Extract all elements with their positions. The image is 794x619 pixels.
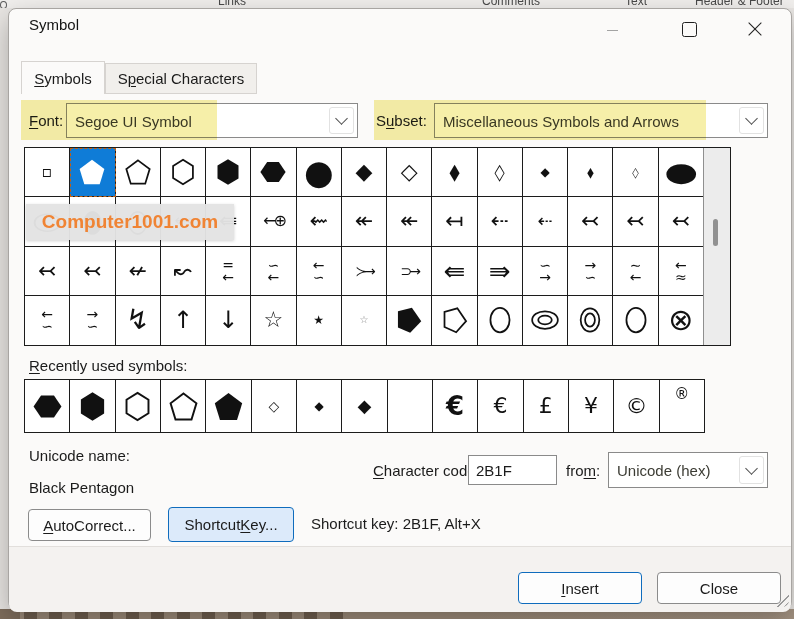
minimize-button[interactable] <box>600 19 624 41</box>
maximize-icon <box>682 22 697 37</box>
leftwards-two-headed-arrow-with-tail-with-double-vertical-stroke[interactable]: ↢ <box>70 247 115 296</box>
short-slanted-north-arrow[interactable]: ↑ <box>161 296 206 345</box>
recently-used-label: Recently used symbols: <box>29 357 187 374</box>
rightwards-arrow-through-superset[interactable]: ⊃→ <box>387 247 432 296</box>
chevron-box[interactable] <box>739 107 764 134</box>
leftwards-arrow-above-almost-equal-to[interactable]: ←≈ <box>659 247 703 296</box>
rightwards-quadruple-arrow[interactable]: ⇛ <box>478 247 523 296</box>
recently-used-grid: ◇◆◆€€£¥©® <box>24 379 705 433</box>
leftwards-two-headed-arrow-with-tail[interactable]: ↢ <box>659 197 703 246</box>
leftwards-two-headed-triple-dash-arrow[interactable]: ⇠ <box>478 197 523 246</box>
white-medium-star[interactable]: ☆ <box>251 296 296 345</box>
tilde-operator-above-leftwards-arrow[interactable]: ∼← <box>613 247 658 296</box>
white-small-lozenge[interactable]: ◇ <box>613 148 658 197</box>
black-medium-diamond[interactable]: ◆ <box>342 380 387 432</box>
chevron-down-icon <box>745 462 758 475</box>
leftwards-two-headed-arrow-with-tail-with-vertical-stroke[interactable]: ↢ <box>25 247 70 296</box>
reverse-tilde-operator-above-rightwards-arrow[interactable]: ∽→ <box>523 247 568 296</box>
leftwards-two-headed-arrow-from-bar[interactable]: ↤ <box>432 197 477 246</box>
leftwards-arrow-with-tail-with-double-vertical-stroke[interactable]: ↢ <box>613 197 658 246</box>
white-medium-diamond[interactable]: ◇ <box>387 148 432 197</box>
pound-sign[interactable]: £ <box>524 380 569 432</box>
registered-sign[interactable]: ® <box>660 380 704 432</box>
close-button[interactable]: Close <box>657 572 781 604</box>
black-medium-diamond[interactable]: ◆ <box>342 148 387 197</box>
from-value: Unicode (hex) <box>617 462 710 479</box>
black-hexagon[interactable] <box>206 148 251 197</box>
font-value: Segoe UI Symbol <box>75 112 192 129</box>
leftwards-arrow-with-tail-with-vertical-stroke[interactable]: ↢ <box>568 197 613 246</box>
character-code-input[interactable] <box>468 455 557 485</box>
downwards-triangle-headed-zigzag-arrow[interactable]: ↯ <box>116 296 161 345</box>
insert-button[interactable]: Insert <box>518 572 642 604</box>
black-small-diamond[interactable]: ◆ <box>297 380 342 432</box>
heavy-circled-saltire[interactable]: ⊗ <box>659 296 703 345</box>
black-large-circle[interactable]: ● <box>297 148 342 197</box>
dialog-title: Symbol <box>29 16 79 33</box>
chevron-box[interactable] <box>739 456 764 484</box>
euro-sign-bold[interactable]: € <box>433 380 478 432</box>
shortcut-key-button[interactable]: Shortcut Key... <box>168 507 294 542</box>
horizontal-black-hexagon[interactable] <box>25 380 70 432</box>
black-small-star[interactable]: ★ <box>297 296 342 345</box>
short-backslanted-south-arrow[interactable]: ↓ <box>206 296 251 345</box>
from-dropdown[interactable]: Unicode (hex) <box>608 452 768 488</box>
blank-cell[interactable] <box>388 380 433 432</box>
heavy-large-circle[interactable] <box>478 296 523 345</box>
chevron-box[interactable] <box>329 107 354 134</box>
heavy-circle[interactable] <box>613 296 658 345</box>
white-hexagon[interactable] <box>161 148 206 197</box>
scrollbar-thumb[interactable] <box>713 219 718 246</box>
heavy-circle-with-circle-inside[interactable] <box>568 296 613 345</box>
scrollbar-track[interactable] <box>703 148 730 345</box>
black-pentagon[interactable] <box>206 380 251 432</box>
euro-sign[interactable]: € <box>478 380 523 432</box>
subset-dropdown[interactable]: Miscellaneous Symbols and Arrows <box>434 103 768 138</box>
leftwards-arrow-above-reverse-almost-equal-to[interactable]: ←∽ <box>297 247 342 296</box>
black-right-pointing-pentagon[interactable] <box>387 296 432 345</box>
leftwards-two-headed-arrow-with-vertical-stroke[interactable]: ↞ <box>342 197 387 246</box>
white-small-star[interactable]: ☆ <box>342 296 387 345</box>
subset-label: Subset: <box>376 112 427 129</box>
black-hexagon[interactable] <box>70 380 115 432</box>
black-small-lozenge[interactable]: ◆ <box>568 148 613 197</box>
autocorrect-button[interactable]: AutoCorrect... <box>28 509 151 541</box>
rightwards-arrow-through-greater-than[interactable]: ≻→ <box>342 247 387 296</box>
maximize-button[interactable] <box>677 18 701 40</box>
reverse-tilde-operator-above-leftwards-arrow[interactable]: ∽← <box>251 247 296 296</box>
long-leftwards-squiggle-arrow[interactable]: ⇜ <box>297 197 342 246</box>
white-medium-diamond[interactable]: ◇ <box>252 380 297 432</box>
copyright-sign[interactable]: © <box>614 380 659 432</box>
rightwards-arrow-above-reverse-almost-equal-to[interactable]: →∽ <box>568 247 613 296</box>
white-hexagon[interactable] <box>116 380 161 432</box>
white-pentagon[interactable] <box>161 380 206 432</box>
font-dropdown[interactable]: Segoe UI Symbol <box>66 103 358 138</box>
equals-sign-above-leftwards-arrow[interactable]: =← <box>206 247 251 296</box>
black-small-diamond[interactable]: ◆ <box>523 148 568 197</box>
white-pentagon[interactable] <box>116 148 161 197</box>
white-medium-lozenge[interactable]: ◇ <box>478 148 523 197</box>
leftwards-arrow-with-dotted-stem[interactable]: ⇠ <box>523 197 568 246</box>
horizontal-black-hexagon[interactable] <box>251 148 296 197</box>
yen-sign[interactable]: ¥ <box>569 380 614 432</box>
tab-special-characters[interactable]: Special Characters <box>105 63 257 94</box>
white-right-pointing-pentagon[interactable] <box>432 296 477 345</box>
leftwards-quadruple-arrow[interactable]: ⇚ <box>432 247 477 296</box>
from-label: from: <box>566 462 600 479</box>
white-very-small-square[interactable]: ▫ <box>25 148 70 197</box>
black-medium-lozenge[interactable]: ◆ <box>432 148 477 197</box>
left-arrow-with-circled-plus[interactable]: ←⊕ <box>251 197 296 246</box>
tab-symbols[interactable]: Symbols <box>21 61 105 94</box>
leftwards-arrow-above-reverse-tilde-operator[interactable]: ←∽ <box>25 296 70 345</box>
symbol-grid-box: ▫●◆◇◆◇◆◆◇●○●○←∘⇚←⊕⇜↞↞↤⇠⇠↢↢↢↢↢↚↜=←∽←←∽≻→⊃… <box>24 147 731 346</box>
window-close-button[interactable] <box>743 18 767 40</box>
black-pentagon[interactable] <box>70 148 115 197</box>
heavy-oval-with-oval-inside[interactable] <box>523 296 568 345</box>
rightwards-arrow-above-reverse-tilde-operator[interactable]: →∽ <box>70 296 115 345</box>
wave-arrow-pointing-directly-left[interactable]: ↜ <box>161 247 206 296</box>
leftwards-arrow-through-x[interactable]: ↚ <box>116 247 161 296</box>
black-horizontal-ellipse[interactable]: ● <box>659 148 703 197</box>
watermark: Computer1001.com <box>26 204 234 240</box>
ribbon-fragment-icon <box>0 1 7 8</box>
leftwards-two-headed-arrow-with-double-vertical-stroke[interactable]: ↞ <box>387 197 432 246</box>
